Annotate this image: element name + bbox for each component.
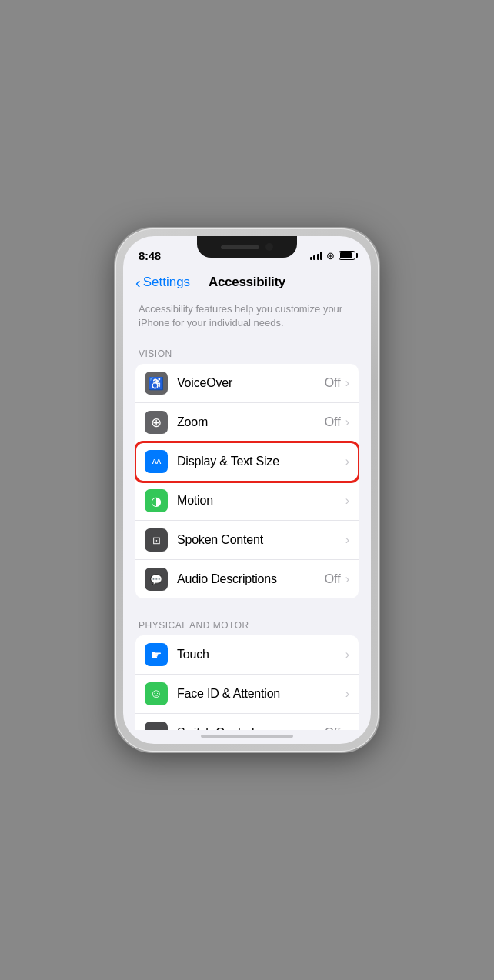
- zoom-icon-symbol: ⊕: [151, 415, 162, 431]
- phone-screen: 8:48 ⊛ ‹ Settings Accessibility: [123, 236, 371, 744]
- back-label: Settings: [143, 275, 190, 290]
- chevron-icon: ›: [345, 376, 349, 390]
- notch: [197, 236, 297, 258]
- physical-motor-group: ☛ Touch › ☺ Face ID & Attention › ⊞: [135, 635, 359, 730]
- section-header-physical: PHYSICAL AND MOTOR: [123, 614, 371, 635]
- display-text-icon-symbol: AA: [152, 458, 161, 465]
- chevron-icon: ›: [345, 687, 349, 701]
- spoken-icon-symbol: ⊡: [152, 535, 161, 546]
- battery-fill: [340, 252, 352, 258]
- touch-icon-symbol: ☛: [151, 648, 162, 662]
- switch-control-value: Off: [325, 726, 341, 730]
- zoom-value: Off: [325, 415, 341, 429]
- signal-icon: [310, 251, 323, 260]
- switch-icon-symbol: ⊞: [152, 727, 161, 730]
- zoom-icon: ⊕: [145, 411, 168, 434]
- display-text-icon: AA: [145, 450, 168, 473]
- voiceover-value: Off: [325, 376, 341, 390]
- battery-icon: [339, 251, 355, 260]
- list-item[interactable]: 💬 Audio Descriptions Off ›: [135, 560, 359, 598]
- back-chevron-icon: ‹: [135, 275, 141, 290]
- home-indicator: [201, 735, 293, 738]
- switch-control-icon: ⊞: [145, 722, 168, 730]
- chevron-icon: ›: [345, 726, 349, 730]
- touch-icon: ☛: [145, 643, 168, 666]
- motion-icon-symbol: ◑: [151, 494, 162, 508]
- chevron-icon: ›: [345, 533, 349, 547]
- camera: [265, 243, 273, 251]
- motion-icon: ◑: [145, 489, 168, 512]
- list-item[interactable]: ⊞ Switch Control Off ›: [135, 714, 359, 730]
- chevron-icon: ›: [345, 648, 349, 662]
- motion-label: Motion: [177, 494, 345, 508]
- chevron-icon: ›: [345, 572, 349, 586]
- display-text-label: Display & Text Size: [177, 455, 345, 468]
- spoken-content-icon: ⊡: [145, 528, 168, 552]
- audio-desc-icon: 💬: [145, 568, 168, 591]
- voiceover-icon-symbol: ♿: [149, 376, 164, 391]
- description-text: Accessibility features help you customiz…: [123, 296, 371, 342]
- spoken-content-label: Spoken Content: [177, 533, 345, 547]
- chevron-icon: ›: [345, 494, 349, 508]
- chevron-icon: ›: [345, 415, 349, 429]
- vision-group: ♿ VoiceOver Off › ⊕ Zoom Off ›: [135, 364, 359, 598]
- audio-desc-value: Off: [325, 572, 341, 586]
- audio-icon-symbol: 💬: [150, 574, 162, 585]
- audio-desc-label: Audio Descriptions: [177, 572, 325, 586]
- page-title: Accessibility: [209, 275, 285, 290]
- list-item[interactable]: ♿ VoiceOver Off ›: [135, 364, 359, 403]
- phone-frame: 8:48 ⊛ ‹ Settings Accessibility: [115, 228, 379, 752]
- chevron-icon: ›: [345, 455, 349, 468]
- wifi-icon: ⊛: [326, 250, 335, 262]
- list-item[interactable]: ⊡ Spoken Content ›: [135, 521, 359, 560]
- touch-row[interactable]: ☛ Touch ›: [135, 635, 359, 675]
- section-header-vision: VISION: [123, 342, 371, 364]
- speaker: [221, 245, 259, 249]
- faceid-label: Face ID & Attention: [177, 687, 345, 701]
- nav-bar: ‹ Settings Accessibility: [123, 270, 371, 296]
- display-text-size-row[interactable]: AA Display & Text Size ›: [135, 442, 359, 482]
- zoom-label: Zoom: [177, 415, 325, 429]
- list-item[interactable]: ◑ Motion ›: [135, 482, 359, 521]
- face-id-row[interactable]: ☺ Face ID & Attention ›: [135, 675, 359, 714]
- status-icons: ⊛: [310, 250, 356, 262]
- status-time: 8:48: [139, 249, 161, 262]
- voiceover-label: VoiceOver: [177, 376, 325, 390]
- touch-label: Touch: [177, 648, 345, 662]
- content-area: Accessibility features help you customiz…: [123, 296, 371, 730]
- switch-control-label: Switch Control: [177, 726, 325, 730]
- faceid-icon-symbol: ☺: [150, 687, 162, 701]
- voiceover-icon: ♿: [145, 372, 168, 395]
- list-item[interactable]: ⊕ Zoom Off ›: [135, 403, 359, 442]
- faceid-icon: ☺: [145, 682, 168, 705]
- back-button[interactable]: ‹ Settings: [135, 275, 190, 290]
